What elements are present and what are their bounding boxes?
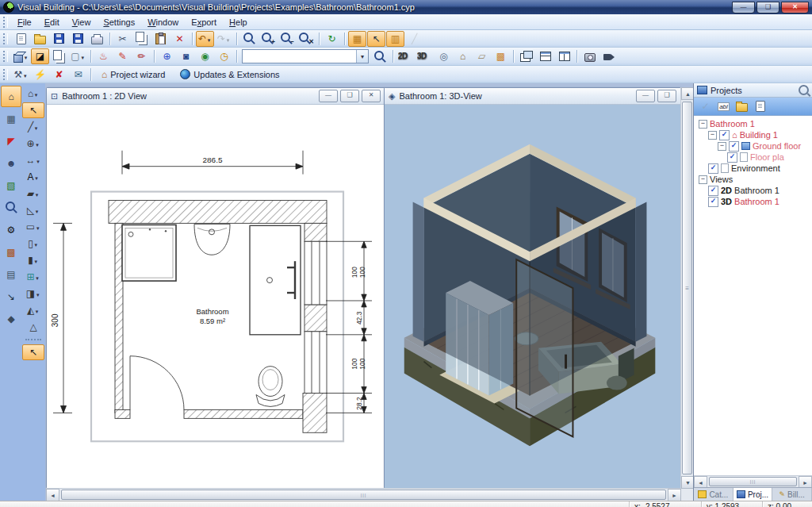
building-element-dropdown-icon[interactable] [33,89,39,98]
paste-button[interactable] [151,31,170,47]
toggle-guides-button[interactable]: ▥ [386,31,404,47]
checkbox-environment[interactable] [708,163,718,174]
expander-icon[interactable] [718,142,726,151]
restore-button[interactable]: ❑ [340,90,359,102]
toolbar-grip[interactable] [3,69,8,80]
import-object-button[interactable]: ⌂ [454,48,472,64]
shield-button[interactable]: ◆ [1,308,21,329]
delete-button[interactable]: ✕ [170,31,189,47]
settings-button[interactable]: ⚙ [1,219,21,240]
background-color-button[interactable]: ▢ [69,48,87,64]
tree-item-building-1[interactable]: Building 1 [697,129,812,140]
grid-view-button[interactable]: ▦ [1,108,21,129]
wall-tools-dropdown-icon[interactable] [34,205,40,215]
wall-button[interactable]: ▰ [22,186,44,202]
select-alternate-button[interactable]: ↖ [22,344,44,360]
save-picture-button[interactable] [580,48,599,64]
undo-button[interactable]: ↶ [196,31,214,47]
catalog-edit-button[interactable] [734,99,749,114]
redo-dropdown-icon[interactable] [225,34,231,44]
3d-canvas[interactable] [385,105,680,488]
zoom-extents-button[interactable]: ✕ [297,31,316,47]
draw-line-dropdown-icon[interactable] [33,122,39,132]
tree-item-floor-pla[interactable]: Floor pla [697,152,812,163]
zoom-in-button[interactable]: + [259,31,278,47]
column-dropdown-icon[interactable] [33,239,39,248]
panel-search-icon[interactable] [799,85,809,95]
select-button[interactable]: ↖ [22,102,44,118]
building-mode-button[interactable]: ⌂ [1,86,21,107]
toolbar-grip[interactable] [3,17,8,28]
building-element-button[interactable]: ⌂ [22,86,44,102]
undo-dropdown-icon[interactable] [206,34,212,44]
duplicate-view-button[interactable] [50,48,68,64]
tree-item-views[interactable]: Views [697,174,812,185]
tree-item-bathroom-1[interactable]: Bathroom 1 [697,118,812,129]
wall-dropdown-icon[interactable] [34,189,40,198]
tile-vertical-button[interactable] [555,48,573,64]
dimension-dropdown-icon[interactable] [36,156,41,165]
menu-export[interactable]: Export [185,16,223,29]
rename-button[interactable] [716,99,731,114]
shading-mode-button[interactable]: ◪ [31,48,49,64]
scroll-down-icon[interactable] [681,476,693,489]
find-object-button[interactable] [371,48,389,64]
scroll-up-icon[interactable] [681,87,693,100]
panel-scroll-thumb[interactable] [709,477,797,486]
new-document-button[interactable] [12,31,30,47]
dimension-button[interactable]: ↔ [22,152,44,168]
texture-grid-button[interactable]: ▩ [492,48,510,64]
checkbox-3d-bathroom-1[interactable] [708,197,718,207]
panel-scrollbar[interactable] [694,475,812,487]
new-item-button[interactable] [753,99,768,114]
scroll-left-icon[interactable] [46,489,59,501]
tree-item-environment[interactable]: Environment [697,163,812,174]
wall-tools-button[interactable]: ◺ [22,202,44,218]
people-objects-button[interactable]: ☻ [1,152,21,174]
object-selector-combobox[interactable] [242,49,369,63]
camera-position-button[interactable]: ◎ [435,48,453,64]
refresh-view-button[interactable]: ↻ [323,31,341,47]
measure-button[interactable]: ⊕ [22,136,44,152]
vertical-scroll-thumb[interactable] [682,102,692,474]
tree-item-2d-bathroom-1[interactable]: 2DBathroom 1 [697,185,812,196]
print-button[interactable] [88,31,106,47]
zoom-out-button[interactable]: − [278,31,297,47]
text-button[interactable]: A [22,169,44,185]
draw-line-button[interactable]: ╱ [22,119,44,135]
redo-button[interactable]: ↷ [215,31,233,47]
chimney-button[interactable]: ▮ [22,252,44,268]
chimney-dropdown-icon[interactable] [33,255,39,265]
menu-window[interactable]: Window [141,16,185,29]
expander-icon[interactable] [699,175,707,184]
roof-button[interactable]: ◭ [22,302,44,318]
materials-button[interactable]: ▩ [1,241,21,263]
column-button[interactable]: ▯ [22,236,44,252]
window-element-button[interactable]: ⊞ [22,269,44,285]
compass-button[interactable]: ◉ [196,48,214,64]
roof-auto-button[interactable]: △ [22,319,44,335]
toolbar-grip[interactable] [3,33,8,44]
door-element-button[interactable]: ◨ [22,286,44,302]
tab-cat[interactable]: Cat... [694,488,733,501]
view-2d-button[interactable]: 2D [396,48,415,64]
3d-view-titlebar[interactable]: ◈ Bathroom 1: 3D-View —❑ [385,88,680,105]
roof-dropdown-icon[interactable] [34,305,40,315]
measure-dropdown-icon[interactable] [35,139,40,148]
apply-check-button[interactable]: ✓ [698,99,713,114]
scroll-right-icon[interactable] [668,489,681,501]
checkbox-building-1[interactable] [719,130,730,140]
cut-button[interactable]: ✂ [113,31,132,47]
palette-grip[interactable] [25,339,41,340]
horizontal-scroll-thumb[interactable] [61,490,666,500]
text-dropdown-icon[interactable] [34,172,40,182]
view-3d-button[interactable]: 3D [416,48,434,64]
menu-view[interactable]: View [66,16,98,29]
updates-extensions-button[interactable]: Updates & Extensions [173,67,286,82]
object-selector-dropdown-icon[interactable] [356,50,368,63]
expander-icon[interactable] [708,131,717,140]
minimize-button[interactable]: — [732,2,755,13]
restore-button[interactable]: ❑ [657,90,676,102]
tools-button[interactable]: ⚒ [12,67,30,83]
minimize-button[interactable]: — [636,90,655,102]
